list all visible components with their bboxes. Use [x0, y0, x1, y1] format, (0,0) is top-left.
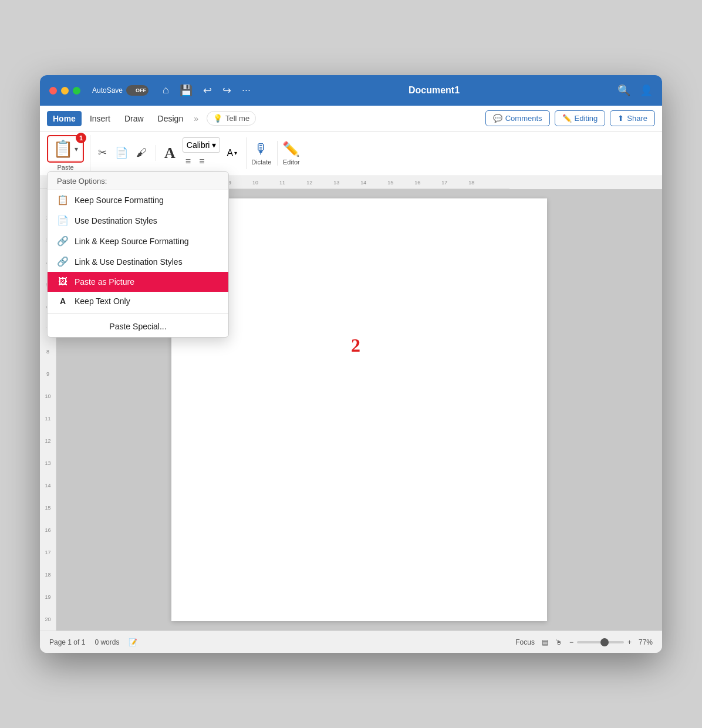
comments-label: Comments — [505, 114, 542, 123]
dropdown-item-use-dest[interactable]: 📄 Use Destination Styles — [48, 210, 228, 231]
use-dest-icon: 📄 — [57, 215, 69, 226]
highlight-icon: A — [227, 148, 233, 159]
more-icon[interactable]: ··· — [242, 84, 251, 97]
font-group: A Calibri ▾ ≡ ≡ A ▾ — [161, 137, 247, 169]
microphone-icon: 🎙 — [254, 141, 268, 157]
status-bar-right: Focus ▤ 🖱 − + 77% — [515, 638, 653, 646]
save-icon[interactable]: 💾 — [180, 84, 193, 97]
menu-draw[interactable]: Draw — [119, 111, 150, 126]
dropdown-item-link-keep-source[interactable]: 🔗 Link & Keep Source Formatting — [48, 231, 228, 251]
link-use-dest-label: Link & Use Destination Styles — [75, 257, 183, 267]
paste-label[interactable]: Paste — [57, 164, 73, 171]
share-button[interactable]: ⬆ Share — [610, 110, 655, 126]
maximize-button[interactable] — [73, 87, 80, 95]
font-large-a: A — [161, 144, 179, 162]
zoom-minus[interactable]: − — [569, 638, 573, 646]
share-icon: ⬆ — [617, 114, 624, 123]
copy-icon: 📄 — [115, 147, 128, 160]
focus-button[interactable]: Focus — [515, 638, 535, 646]
dropdown-item-paste-as-picture[interactable]: 🖼 Paste as Picture — [48, 272, 228, 292]
link-keep-source-label: Link & Keep Source Formatting — [75, 237, 189, 246]
status-bar: Page 1 of 1 0 words 📝 Focus ▤ 🖱 − + 77% — [40, 631, 662, 653]
account-icon[interactable]: 👤 — [640, 84, 653, 97]
clipboard-group: 📋 ▾ 1 Paste Paste Options: 📋 Keep Source… — [47, 135, 90, 171]
dropdown-item-keep-source[interactable]: 📋 Keep Source Formatting — [48, 190, 228, 210]
pencil-icon: ✏️ — [562, 114, 572, 123]
minimize-button[interactable] — [61, 87, 69, 95]
title-bar-right: 🔍 👤 — [617, 84, 653, 97]
font-name-dropdown[interactable]: Calibri ▾ — [183, 137, 221, 153]
link-use-dest-icon: 🔗 — [57, 256, 69, 267]
menu-home[interactable]: Home — [47, 111, 82, 126]
format-painter-icon: 🖌 — [136, 147, 147, 160]
paste-highlight-box: 📋 ▾ 1 — [47, 135, 84, 163]
dropdown-divider — [48, 313, 228, 314]
dictate-button[interactable]: 🎙 Dictate — [251, 141, 271, 166]
layout-icon[interactable]: ▤ — [542, 638, 548, 646]
zoom-level: 77% — [639, 638, 653, 646]
document-title: Document1 — [258, 85, 610, 96]
format-painter-button[interactable]: 🖌 — [133, 145, 150, 161]
menu-separator: » — [194, 114, 198, 123]
dropdown-header: Paste Options: — [48, 172, 228, 190]
menu-insert[interactable]: Insert — [84, 111, 116, 126]
title-bar: AutoSave OFF ⌂ 💾 ↩ ↪ ··· Document1 🔍 👤 — [40, 75, 662, 106]
edit-group: ✂ 📄 🖌 — [95, 145, 156, 161]
word-window: AutoSave OFF ⌂ 💾 ↩ ↪ ··· Document1 🔍 👤 H… — [40, 75, 662, 653]
word-count: 0 words — [95, 638, 119, 646]
share-label: Share — [627, 114, 647, 123]
paste-as-picture-label: Paste as Picture — [75, 277, 134, 287]
dropdown-paste-special[interactable]: Paste Special... — [48, 316, 228, 337]
keep-source-icon: 📋 — [57, 194, 69, 205]
ribbon: 📋 ▾ 1 Paste Paste Options: 📋 Keep Source… — [40, 132, 662, 176]
menu-right: 💬 Comments ✏️ Editing ⬆ Share — [485, 110, 655, 126]
paste-dropdown: Paste Options: 📋 Keep Source Formatting … — [47, 171, 229, 338]
paste-badge: 1 — [76, 133, 86, 143]
menu-design[interactable]: Design — [152, 111, 190, 126]
layout-icon2[interactable]: 🖱 — [555, 638, 562, 646]
search-icon[interactable]: 🔍 — [617, 84, 630, 97]
tell-me-label: Tell me — [225, 114, 249, 123]
home-icon[interactable]: ⌂ — [163, 84, 169, 97]
zoom-track[interactable] — [577, 641, 624, 643]
undo-icon[interactable]: ↩ — [203, 84, 212, 97]
paste-dropdown-arrow[interactable]: ▾ — [75, 145, 78, 153]
autosave-state: OFF — [136, 87, 146, 93]
redo-icon[interactable]: ↪ — [222, 84, 231, 97]
comments-button[interactable]: 💬 Comments — [485, 110, 550, 126]
autosave-label: AutoSave — [92, 86, 123, 95]
paste-button-container: 📋 ▾ 1 Paste — [47, 135, 84, 171]
proofing-icon[interactable]: 📝 — [129, 638, 137, 646]
lightbulb-icon: 💡 — [213, 114, 222, 123]
dictate-group: 🎙 Dictate — [251, 141, 278, 166]
align-btn2[interactable]: ≡ — [196, 154, 207, 169]
editor-label: Editor — [283, 159, 300, 166]
editor-icon: ✏️ — [282, 141, 300, 157]
use-dest-label: Use Destination Styles — [75, 216, 157, 225]
editor-group: ✏️ Editor — [282, 141, 306, 166]
cut-button[interactable]: ✂ — [95, 145, 110, 161]
zoom-thumb[interactable] — [600, 638, 609, 646]
keep-source-label: Keep Source Formatting — [75, 196, 164, 205]
font-dropdown-arrow: ▾ — [212, 140, 216, 150]
traffic-lights — [49, 87, 80, 95]
editing-label: Editing — [575, 114, 598, 123]
autosave-section: AutoSave OFF — [92, 85, 148, 96]
editor-button[interactable]: ✏️ Editor — [282, 141, 300, 166]
paste-as-picture-icon: 🖼 — [57, 277, 69, 287]
comments-icon: 💬 — [493, 114, 502, 123]
dropdown-item-keep-text-only[interactable]: A Keep Text Only — [48, 292, 228, 311]
keep-text-icon: A — [57, 296, 69, 306]
copy-button[interactable]: 📄 — [112, 145, 131, 161]
zoom-plus[interactable]: + — [627, 638, 632, 646]
tell-me-input[interactable]: 💡 Tell me — [207, 111, 256, 126]
zoom-slider[interactable]: − + — [569, 638, 632, 646]
dropdown-item-link-use-dest[interactable]: 🔗 Link & Use Destination Styles — [48, 251, 228, 272]
autosave-toggle[interactable]: OFF — [126, 85, 148, 96]
dropdown-menu: Paste Options: 📋 Keep Source Formatting … — [47, 171, 229, 338]
highlight-button[interactable]: A ▾ — [224, 146, 240, 160]
align-btn[interactable]: ≡ — [183, 154, 194, 169]
close-button[interactable] — [49, 87, 57, 95]
font-name-label: Calibri — [187, 140, 210, 150]
editing-button[interactable]: ✏️ Editing — [555, 110, 606, 126]
